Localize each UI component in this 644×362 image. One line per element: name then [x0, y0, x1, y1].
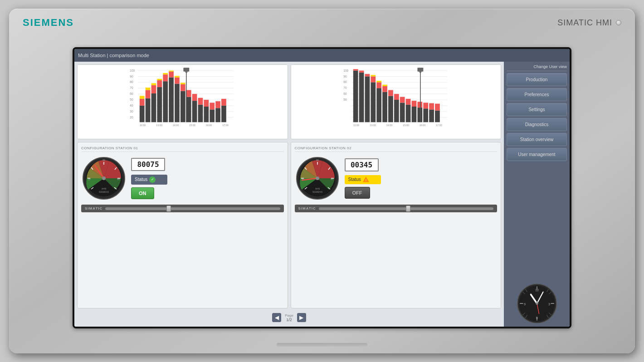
station2-status-group: Status ! OFF — [345, 175, 381, 199]
station1-slider-label: SIMATIC — [85, 206, 102, 210]
analog-clock: 12 3 6 9 — [517, 283, 557, 324]
svg-rect-88 — [400, 103, 405, 122]
svg-rect-81 — [359, 73, 364, 122]
svg-rect-37 — [163, 74, 168, 81]
svg-rect-84 — [376, 88, 381, 122]
svg-text:70: 70 — [343, 86, 347, 89]
station2-slider-thumb[interactable] — [406, 205, 410, 212]
svg-rect-36 — [157, 80, 162, 87]
station2-controls: AHN SIEMENS 60 20 80 00345 — [295, 156, 498, 201]
station1-slider-thumb[interactable] — [166, 205, 171, 212]
svg-text:16:00: 16:00 — [206, 124, 212, 127]
svg-rect-110 — [371, 75, 376, 76]
clock-container: 12 3 6 9 — [507, 279, 567, 324]
svg-text:14:00: 14:00 — [173, 124, 179, 127]
svg-text:80: 80 — [117, 178, 120, 181]
svg-rect-89 — [405, 105, 410, 122]
svg-text:15:00: 15:00 — [403, 124, 409, 127]
svg-text:AHN: AHN — [102, 187, 107, 190]
siemens-logo: SIEMENS — [23, 17, 74, 29]
svg-rect-47 — [221, 99, 226, 106]
svg-rect-104 — [405, 99, 410, 105]
svg-text:20: 20 — [302, 178, 304, 181]
svg-text:17:00: 17:00 — [222, 124, 228, 127]
svg-rect-34 — [146, 90, 151, 98]
screen-header: Multi Station | comparison mode — [74, 49, 570, 62]
svg-rect-90 — [411, 107, 416, 122]
svg-rect-83 — [371, 82, 376, 122]
svg-rect-108 — [429, 103, 434, 109]
svg-rect-86 — [388, 96, 393, 122]
svg-text:12:00: 12:00 — [353, 124, 359, 127]
bottom-strip — [277, 343, 367, 347]
svg-rect-82 — [365, 76, 370, 122]
station1-status-btn[interactable]: Status ✓ — [131, 175, 167, 185]
svg-rect-21 — [157, 87, 162, 122]
next-page-btn[interactable]: ▶ — [297, 313, 306, 322]
svg-rect-87 — [394, 100, 399, 122]
svg-text:60: 60 — [102, 159, 105, 161]
svg-rect-48 — [140, 96, 145, 98]
station1-right-controls: 80075 Status ✓ ON — [131, 158, 167, 199]
svg-rect-33 — [140, 99, 145, 106]
svg-rect-28 — [198, 105, 203, 122]
svg-rect-30 — [210, 109, 215, 122]
svg-rect-93 — [429, 109, 434, 122]
svg-rect-44 — [204, 100, 209, 107]
svg-rect-92 — [423, 108, 428, 122]
svg-point-148 — [316, 176, 319, 180]
station2-slider: SIMATIC — [295, 205, 498, 212]
svg-text:90: 90 — [130, 75, 133, 78]
station1-value: 80075 — [131, 158, 165, 171]
svg-rect-22 — [163, 81, 168, 122]
svg-text:60: 60 — [130, 92, 133, 95]
top-bar: SIEMENS SIMATIC HMI — [9, 17, 635, 33]
svg-rect-24 — [175, 84, 180, 122]
station1-status-group: Status ✓ ON — [131, 175, 167, 199]
station-overview-btn[interactable]: Station overview — [507, 133, 567, 146]
screen-bezel: Multi Station | comparison mode 100 90 — [73, 47, 571, 328]
station2-title: CONFIGURATION STATION 02 — [295, 146, 498, 152]
model-label: SIMATIC HMI — [557, 18, 612, 28]
svg-rect-32 — [221, 106, 226, 122]
station2-status-btn[interactable]: Status ! — [345, 175, 381, 184]
station1-slider-track[interactable] — [105, 207, 280, 210]
simatic-hmi-label: SIMATIC HMI — [557, 18, 621, 28]
preferences-btn[interactable]: Preferences — [507, 88, 567, 101]
svg-text:13:00: 13:00 — [156, 124, 162, 127]
svg-rect-27 — [192, 101, 197, 122]
svg-text:70: 70 — [130, 86, 133, 89]
svg-rect-109 — [435, 104, 440, 111]
chart1-svg: 100 90 80 70 60 50 40 30 20 — [79, 67, 286, 130]
station2-off-btn[interactable]: OFF — [345, 187, 370, 199]
bottom-area — [9, 343, 635, 347]
page-info-block: Page 1/2 — [285, 313, 293, 322]
svg-marker-115 — [419, 72, 421, 73]
user-management-btn[interactable]: User management — [507, 148, 567, 161]
settings-btn[interactable]: Settings — [507, 103, 567, 116]
svg-text:13:00: 13:00 — [370, 124, 376, 127]
hmi-device: SIEMENS SIMATIC HMI Multi Station | comp… — [9, 9, 635, 353]
svg-text:30: 30 — [130, 110, 133, 113]
sidebar-header: Change User view — [507, 64, 567, 71]
svg-text:100: 100 — [130, 69, 135, 72]
station1-on-btn[interactable]: ON — [131, 187, 154, 199]
svg-rect-46 — [215, 101, 220, 108]
svg-text:20: 20 — [88, 178, 91, 181]
svg-text:100: 100 — [343, 69, 348, 72]
station2-slider-track[interactable] — [319, 207, 493, 210]
svg-text:12:00: 12:00 — [140, 124, 146, 127]
svg-rect-20 — [151, 93, 156, 122]
svg-text:50: 50 — [343, 98, 347, 101]
svg-marker-58 — [185, 72, 188, 73]
svg-text:SIEMENS: SIEMENS — [99, 191, 109, 193]
diagnostics-btn[interactable]: Diagnostics — [507, 118, 567, 131]
svg-text:14:00: 14:00 — [386, 124, 392, 127]
svg-rect-53 — [169, 71, 174, 72]
svg-point-175 — [536, 302, 538, 304]
production-btn[interactable]: Production — [507, 73, 567, 86]
svg-rect-102 — [394, 94, 399, 100]
svg-rect-105 — [411, 101, 416, 107]
prev-page-btn[interactable]: ◀ — [272, 313, 281, 322]
svg-text:SIEMENS: SIEMENS — [312, 191, 322, 193]
